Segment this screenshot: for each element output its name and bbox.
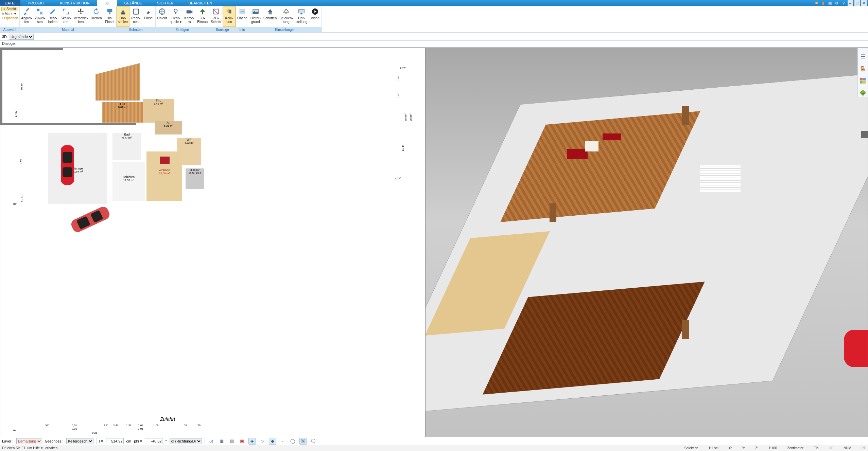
dim-b5: 1,09 — [138, 424, 143, 427]
svg-point-18 — [285, 13, 287, 15]
ribbon-kamera[interactable]: Kame- ra — [183, 6, 196, 27]
ribbon-selekt[interactable]: ➤Selekt — [1, 7, 18, 11]
ribbon-abgreifen[interactable]: Abgrei- fen — [20, 6, 33, 27]
svg-rect-10 — [202, 12, 203, 14]
svg-rect-19 — [299, 10, 305, 13]
ribbon-3dschnitt[interactable]: 3D- Schnitt — [209, 6, 223, 27]
ribbon-hintergrund[interactable]: Hinter- grund — [249, 6, 262, 27]
room-ar: Ar.5,21 m² — [155, 121, 182, 134]
mode-combo[interactable]: dl (Richtung/Di — [170, 438, 202, 444]
subbar-select[interactable]: Urgelände — [9, 34, 34, 40]
ribbon-darstellen[interactable]: Dar- stellen — [117, 6, 129, 27]
dots-icon[interactable]: ⋯ — [279, 438, 287, 445]
ribbon-objekt[interactable]: Objekt — [156, 6, 169, 27]
ribbon-group-auswahl: ➤Selekt ✲Mark. ▾ + Optionen Auswahl — [0, 6, 20, 32]
ribbon-hinpinsel[interactable]: Hin. Pinsel — [103, 6, 116, 27]
north-icon[interactable]: Ⓝ — [299, 438, 307, 445]
dim-b3: 2,47 — [113, 424, 119, 427]
l-input[interactable] — [106, 438, 124, 444]
ribbon-zuweisen[interactable]: Zuwei- sen — [33, 6, 46, 27]
layer-select[interactable]: Bemaßung — [16, 438, 42, 444]
layer3-icon[interactable]: ◆ — [269, 438, 276, 445]
circle-icon[interactable]: ◯ — [289, 438, 297, 445]
ribbon-drehen[interactable]: Drehen — [89, 6, 103, 27]
menu-konstruktion[interactable]: KONSTRUKTION — [52, 0, 97, 6]
ribbon-beleuchtung[interactable]: Beleuch- tung — [278, 6, 294, 27]
ribbon-bearbeiten[interactable]: Bear- beiten — [46, 6, 59, 27]
dim-r4: 4,29° — [395, 177, 401, 180]
room-technik: Technik10,01 m² — [96, 63, 140, 101]
main-area: 17,80 10,39 6,69 11,11 86° 2,75° 2,64 1,… — [0, 48, 868, 437]
label-zufahrt: Zufahrt — [160, 416, 175, 422]
geschoss-select[interactable]: Kellergesch — [66, 438, 93, 444]
ribbon-group-material: Abgrei- fen Zuwei- sen Bear- beiten Skal… — [20, 6, 116, 32]
svg-rect-28 — [860, 78, 863, 80]
dim-b0: 59° — [45, 424, 49, 427]
room-schlafen: Schlafen12,99 m² — [112, 162, 145, 201]
bed-3d — [700, 165, 741, 192]
svg-rect-25 — [70, 205, 111, 234]
menu-gelaende[interactable]: GELÄNDE — [117, 0, 150, 6]
ribbon-kollision[interactable]: Kolli- sion — [223, 6, 236, 27]
ribbon-pinsel[interactable]: Pinsel — [142, 6, 155, 27]
ribbon-flaeche[interactable]: m²Fläche — [236, 6, 249, 27]
ribbon-group-sonstige: 3D- Schnitt Kolli- sion Sonstige — [209, 6, 236, 32]
layer2-icon[interactable]: ◇ — [259, 438, 266, 445]
chair-icon[interactable]: 🪑 — [859, 65, 867, 72]
ribbon-darstellung[interactable]: Dar- stellung — [294, 6, 309, 27]
ribbon-optionen[interactable]: + Optionen — [1, 16, 18, 20]
tree-icon[interactable]: 🌳 — [859, 89, 867, 97]
plan-view[interactable]: 17,80 10,39 6,69 11,11 86° 2,75° 2,64 1,… — [0, 48, 425, 437]
page-icon[interactable]: ▤ — [827, 0, 833, 6]
dim-b5b: 2,01 — [138, 427, 143, 430]
dim-left-upper: 10,39 — [20, 83, 23, 90]
status-num: NUM — [844, 446, 851, 450]
close-icon[interactable]: × — [861, 0, 867, 6]
dim-bl1: 9,26 — [92, 431, 98, 434]
stack-icon[interactable]: ▤ — [228, 438, 236, 445]
tool-icon[interactable]: ✖ — [814, 0, 819, 6]
minimize-icon[interactable]: – — [848, 0, 853, 6]
svg-rect-4 — [133, 9, 138, 14]
palette-icon[interactable] — [859, 77, 867, 85]
room-trh: Trh.6,42 m² — [143, 99, 174, 123]
svg-point-12 — [227, 9, 229, 13]
menu-sichten[interactable]: SICHTEN — [150, 0, 181, 6]
ribbon: ➤Selekt ✲Mark. ▾ + Optionen Auswahl Abgr… — [0, 6, 868, 33]
dim-r1: 2,64 — [397, 76, 400, 81]
phi-input[interactable] — [145, 438, 162, 444]
boxcolor-icon[interactable]: ▣ — [238, 438, 246, 445]
ribbon-label-einfuegen: Einfügen — [156, 27, 209, 32]
ribbon-schatten2[interactable]: Schatten — [262, 6, 278, 27]
ribbon-lichtquelle[interactable]: Licht- quelle ▾ — [169, 6, 183, 27]
ribbon-verschieben[interactable]: Verschie- ben — [72, 6, 89, 27]
clock-icon[interactable]: ◷ — [208, 438, 215, 445]
dim-r-inner: 38,66° — [404, 113, 407, 121]
maximize-icon[interactable]: □ — [854, 0, 860, 6]
help-icon[interactable]: ? — [841, 0, 846, 6]
box-icon[interactable]: ▮ — [820, 0, 826, 6]
grid-icon[interactable]: ▦ — [218, 438, 225, 445]
svg-rect-20 — [300, 13, 302, 15]
dim-b6: 1,09 — [153, 424, 159, 427]
car-3d — [844, 330, 868, 367]
layer1-icon[interactable]: ◈ — [248, 438, 256, 445]
menu-3d[interactable]: 3D — [97, 0, 117, 6]
menu-datei[interactable]: DATEI — [0, 0, 20, 6]
ribbon-rechnen[interactable]: Rech- nen — [129, 6, 142, 27]
ribbon-3dbitmap[interactable]: 3D- Bitmap — [196, 6, 209, 27]
ribbon-video[interactable]: Video — [309, 6, 322, 27]
car-zufahrt — [65, 199, 115, 239]
svg-rect-30 — [860, 81, 863, 84]
info-icon[interactable]: ⓘ — [310, 438, 317, 445]
gear-icon[interactable]: ⚙ — [834, 0, 839, 6]
menu-bearbeiten[interactable]: BEARBEITEN — [181, 0, 220, 6]
ribbon-mark[interactable]: ✲Mark. ▾ — [1, 12, 18, 16]
ribbon-skalieren[interactable]: Skalie- ren — [59, 6, 72, 27]
dim-r-top: 2,75° — [400, 67, 406, 70]
menu-projekt[interactable]: PROJEKT — [20, 0, 53, 6]
layers-icon[interactable]: ☰ — [859, 53, 867, 60]
ribbon-label-sonstige: Sonstige — [209, 27, 236, 32]
side-tab[interactable] — [861, 131, 868, 138]
3d-view[interactable]: ☰ 🪑 🌳 — [425, 48, 868, 437]
